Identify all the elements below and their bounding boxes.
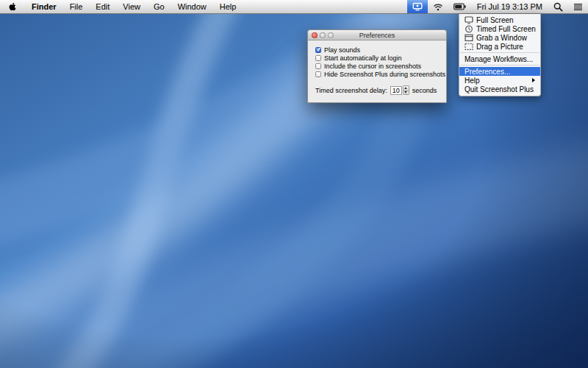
wifi-icon xyxy=(433,3,443,11)
screenshot-plus-menu: Full Screen Timed Full Screen Grab a Win… xyxy=(459,14,541,96)
stepper-up-icon xyxy=(404,87,407,89)
spotlight-icon xyxy=(553,2,563,12)
play-sounds-checkbox[interactable] xyxy=(315,47,321,53)
menu-file[interactable]: File xyxy=(63,0,90,13)
window-icon xyxy=(465,34,474,42)
list-menu-extra[interactable] xyxy=(568,0,588,13)
menu-bar-left: Finder File Edit View Go Window Help xyxy=(0,0,243,13)
delay-label: Timed screenshot delay: xyxy=(315,87,387,94)
checkbox-label: Start automatically at login xyxy=(324,54,402,62)
checkbox-row-start-at-login: Start automatically at login xyxy=(315,54,439,62)
menu-item-help[interactable]: Help xyxy=(459,76,540,85)
display-icon xyxy=(465,16,474,24)
timed-delay-row: Timed screenshot delay: seconds xyxy=(315,85,439,95)
start-at-login-checkbox[interactable] xyxy=(315,55,321,61)
selection-icon xyxy=(465,43,474,51)
clock-icon xyxy=(465,25,474,33)
screenshot-plus-icon xyxy=(412,2,423,11)
menu-bar: Finder File Edit View Go Window Help xyxy=(0,0,588,14)
menu-item-manage-workflows[interactable]: Manage Workflows... xyxy=(459,54,540,63)
submenu-arrow-icon xyxy=(532,78,535,82)
checkbox-label: Play sounds xyxy=(324,46,360,54)
menu-window[interactable]: Window xyxy=(171,0,213,13)
window-controls xyxy=(312,32,334,38)
checkbox-row-play-sounds: Play sounds xyxy=(315,46,439,54)
checkbox-row-include-cursor: Include the cursor in screenshots xyxy=(315,63,439,70)
checkbox-label: Hide Screenshot Plus during screenshots xyxy=(324,71,445,78)
hide-during-screenshots-checkbox[interactable] xyxy=(315,71,321,77)
stepper-up-button[interactable] xyxy=(403,85,409,91)
apple-menu[interactable] xyxy=(0,0,25,13)
menu-bar-clock[interactable]: Fri Jul 19 3:13 PM xyxy=(471,0,548,13)
checkbox-row-hide-during-screenshots: Hide Screenshot Plus during screenshots xyxy=(315,71,439,78)
menu-item-quit[interactable]: Quit Screenshot Plus xyxy=(459,85,540,93)
battery-icon xyxy=(453,3,466,10)
apple-icon xyxy=(9,2,16,11)
stepper-down-button[interactable] xyxy=(403,91,409,96)
battery-menu-extra[interactable] xyxy=(448,0,471,13)
menu-bar-right: Fri Jul 19 3:13 PM xyxy=(407,0,588,13)
menu-item-label: Grab a Window xyxy=(476,34,527,42)
desktop[interactable]: Finder File Edit View Go Window Help xyxy=(0,0,588,368)
include-cursor-checkbox[interactable] xyxy=(315,63,321,69)
menu-item-label: Drag a Picture xyxy=(476,43,523,51)
screenshot-plus-menu-extra[interactable] xyxy=(407,0,428,13)
menu-item-label: Manage Workflows... xyxy=(465,55,533,63)
delay-input[interactable] xyxy=(390,86,402,95)
minimize-button[interactable] xyxy=(320,32,326,38)
menu-view[interactable]: View xyxy=(116,0,147,13)
preferences-body: Play sounds Start automatically at login… xyxy=(307,40,447,103)
zoom-button[interactable] xyxy=(328,32,334,38)
delay-suffix: seconds xyxy=(412,87,437,94)
window-title: Preferences xyxy=(359,32,395,39)
menu-item-label: Quit Screenshot Plus xyxy=(465,85,534,93)
close-button[interactable] xyxy=(312,32,318,38)
menu-help[interactable]: Help xyxy=(213,0,243,13)
menu-item-label: Preferences... xyxy=(465,68,510,76)
wifi-menu-extra[interactable] xyxy=(428,0,448,13)
preferences-window: Preferences Play sounds Start automatica… xyxy=(307,29,447,103)
menu-item-label: Help xyxy=(465,77,480,85)
menu-edit[interactable]: Edit xyxy=(89,0,116,13)
stepper-down-icon xyxy=(404,91,407,93)
menu-item-grab-a-window[interactable]: Grab a Window xyxy=(459,33,540,42)
menu-separator xyxy=(460,65,539,66)
menu-item-drag-a-picture[interactable]: Drag a Picture xyxy=(459,42,540,51)
menu-finder[interactable]: Finder xyxy=(25,0,63,13)
menu-item-preferences[interactable]: Preferences... xyxy=(459,67,540,76)
checkbox-label: Include the cursor in screenshots xyxy=(324,63,421,70)
delay-stepper xyxy=(403,85,409,95)
menu-item-timed-full-screen[interactable]: Timed Full Screen xyxy=(459,24,540,33)
menu-item-full-screen[interactable]: Full Screen xyxy=(459,15,540,24)
menu-separator xyxy=(460,52,539,53)
menu-go[interactable]: Go xyxy=(147,0,171,13)
menu-item-label: Timed Full Screen xyxy=(476,25,536,33)
spotlight-menu-extra[interactable] xyxy=(548,0,568,13)
menu-list-icon xyxy=(573,3,583,11)
menu-item-label: Full Screen xyxy=(476,16,514,24)
preferences-titlebar[interactable]: Preferences xyxy=(307,29,447,40)
